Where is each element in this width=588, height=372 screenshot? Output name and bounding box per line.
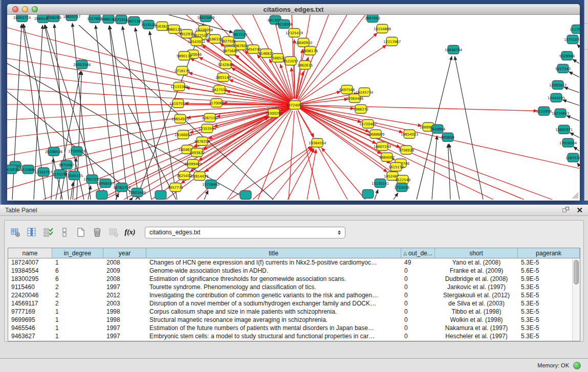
graph-edge[interactable] bbox=[569, 72, 579, 77]
graph-edge[interactable] bbox=[567, 116, 579, 121]
graph-node[interactable]: 8878354 bbox=[194, 137, 210, 146]
table-row[interactable]: 946362711997Embryonic stem cells: a mode… bbox=[8, 332, 580, 340]
column-header-in-degree[interactable]: in_degree bbox=[52, 248, 103, 258]
graph-node[interactable]: 993858 bbox=[441, 133, 454, 142]
graph-edge[interactable] bbox=[455, 56, 483, 200]
graph-node[interactable]: 10655257 bbox=[63, 15, 80, 21]
graph-edge[interactable] bbox=[51, 158, 53, 200]
column-header-name[interactable]: name bbox=[8, 248, 52, 258]
minimize-window-button[interactable] bbox=[22, 6, 28, 12]
graph-edge[interactable] bbox=[135, 28, 164, 200]
graph-node[interactable]: 7857223 bbox=[232, 30, 247, 39]
collapsed-panel-edge[interactable] bbox=[584, 0, 588, 201]
graph-node[interactable]: 16099489 bbox=[184, 160, 202, 168]
graph-node[interactable]: 15720407 bbox=[359, 120, 377, 128]
graph-node[interactable]: 18640910 bbox=[295, 38, 312, 47]
graph-node[interactable]: 16210643 bbox=[552, 109, 569, 118]
row-height-icon[interactable] bbox=[58, 226, 71, 239]
graph-node[interactable]: 1527602 bbox=[87, 15, 102, 23]
graph-node[interactable]: 12342757 bbox=[35, 168, 52, 177]
table-row[interactable]: 911546021997Tourette syndrome. Phenomeno… bbox=[8, 283, 580, 291]
graph-node[interactable]: 9975487 bbox=[59, 161, 74, 169]
delete-entries-icon[interactable] bbox=[91, 226, 104, 239]
graph-node[interactable] bbox=[155, 191, 166, 200]
graph-edge[interactable] bbox=[574, 147, 579, 151]
graph-edge[interactable] bbox=[301, 99, 348, 104]
graph-node[interactable]: 19166857 bbox=[175, 130, 192, 139]
column-header-short[interactable]: short bbox=[435, 248, 518, 258]
graph-edge[interactable] bbox=[298, 15, 365, 100]
graph-node[interactable]: 16648784 bbox=[445, 46, 463, 54]
graph-edge[interactable] bbox=[375, 189, 378, 200]
zoom-window-button[interactable] bbox=[32, 6, 38, 12]
function-builder-icon[interactable]: f(x) bbox=[123, 226, 137, 239]
graph-edge[interactable] bbox=[296, 111, 319, 200]
graph-node[interactable]: 6497568 bbox=[339, 85, 355, 94]
graph-node[interactable]: 9457771 bbox=[168, 183, 183, 192]
table-scrollbar[interactable] bbox=[572, 259, 580, 341]
graph-node[interactable]: 15718485 bbox=[202, 180, 220, 189]
graph-node[interactable]: 1493822 bbox=[189, 148, 205, 157]
graph-node[interactable]: 13505135 bbox=[66, 171, 83, 180]
show-column-icon[interactable] bbox=[25, 226, 38, 239]
window-resize-grip[interactable] bbox=[571, 191, 579, 199]
graph-node[interactable]: 9890132 bbox=[177, 52, 192, 60]
graph-edge[interactable] bbox=[131, 198, 133, 200]
graph-node[interactable] bbox=[240, 191, 251, 200]
window-titlebar[interactable]: citations_edges.txt bbox=[7, 4, 580, 15]
graph-edge[interactable] bbox=[301, 106, 579, 168]
graph-node[interactable]: 12093822 bbox=[549, 81, 567, 90]
graph-node[interactable]: 12444195 bbox=[548, 94, 565, 102]
column-header-out-de-[interactable]: △out_de... bbox=[401, 248, 435, 258]
graph-edge[interactable] bbox=[564, 87, 579, 93]
graph-node[interactable]: 1167534 bbox=[565, 154, 580, 162]
graph-edge[interactable] bbox=[562, 100, 579, 105]
scrollbar-thumb[interactable] bbox=[574, 260, 579, 285]
table-row[interactable]: 1872400712008Changes of HCN gene express… bbox=[8, 258, 580, 267]
graph-node[interactable]: 2687682 bbox=[365, 15, 380, 23]
graph-node[interactable]: 9884067 bbox=[379, 153, 395, 162]
column-header-title[interactable]: title bbox=[146, 248, 401, 258]
table-row[interactable]: 977716911998Corpus callosum shape and si… bbox=[8, 308, 580, 316]
graph-node[interactable]: 1696176 bbox=[302, 47, 318, 55]
graph-node[interactable]: 7515526 bbox=[141, 20, 157, 29]
float-panel-icon[interactable] bbox=[562, 207, 569, 213]
graph-node[interactable]: 1640954 bbox=[430, 125, 446, 134]
graph-edge[interactable] bbox=[577, 163, 579, 166]
graph-node[interactable]: 9227343 bbox=[555, 64, 571, 73]
network-graph[interactable]: 1872400771638228960128891293523226058982… bbox=[7, 15, 580, 200]
graph-node[interactable]: 17016504 bbox=[559, 139, 577, 147]
close-window-button[interactable] bbox=[12, 6, 18, 12]
table-row[interactable]: 969969511998Structural magnetic resonanc… bbox=[8, 316, 580, 324]
table-row[interactable]: 946554611997Estimation of the future num… bbox=[8, 324, 580, 332]
network-window[interactable]: citations_edges.txt 18724007716382289601… bbox=[7, 4, 580, 201]
graph-node[interactable]: 8522057 bbox=[283, 57, 298, 65]
graph-edge[interactable] bbox=[448, 144, 450, 200]
graph-node[interactable]: 20053346 bbox=[73, 60, 91, 69]
graph-edge[interactable] bbox=[573, 59, 579, 63]
graph-node[interactable]: 1733426 bbox=[394, 183, 410, 192]
column-header-year[interactable]: year bbox=[103, 248, 146, 258]
graph-edge[interactable] bbox=[577, 45, 579, 47]
graph-node[interactable] bbox=[96, 191, 107, 200]
graph-edge[interactable] bbox=[294, 39, 295, 99]
graph-node[interactable]: 12353594 bbox=[199, 124, 216, 133]
graph-edge[interactable] bbox=[301, 105, 537, 111]
graph-node[interactable]: 16154808 bbox=[374, 25, 391, 33]
graph-node[interactable]: 9875685 bbox=[223, 47, 238, 55]
graph-edge[interactable] bbox=[449, 144, 460, 200]
graph-node[interactable]: 2718176 bbox=[175, 67, 190, 75]
table-row[interactable]: 1830029562008Estimation of significance … bbox=[8, 275, 580, 283]
graph-node[interactable]: 8267150 bbox=[202, 114, 217, 122]
graph-node[interactable]: 7625402 bbox=[177, 171, 192, 180]
graph-edge[interactable] bbox=[394, 193, 398, 200]
graph-edge[interactable] bbox=[124, 116, 268, 200]
graph-node[interactable]: 9306265 bbox=[46, 15, 61, 22]
graph-node[interactable]: 12133369 bbox=[170, 82, 188, 91]
graph-edge[interactable] bbox=[432, 136, 437, 200]
table-row[interactable]: 1456911722003Disruption of a novel membe… bbox=[8, 299, 580, 308]
graph-node[interactable]: 1862615 bbox=[297, 61, 313, 70]
graph-node[interactable]: 16033809 bbox=[197, 15, 214, 22]
graph-edge[interactable] bbox=[289, 111, 294, 200]
graph-node[interactable]: 7986372 bbox=[353, 105, 368, 114]
